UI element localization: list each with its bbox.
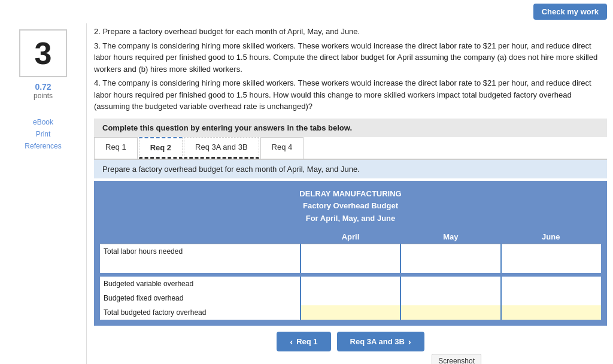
budget-title-line2: Factory Overhead Budget (100, 200, 601, 213)
row1-may-cell[interactable] (400, 244, 500, 259)
ebook-link[interactable]: eBook (33, 118, 53, 126)
col-header-may: May (400, 230, 500, 244)
table-row: Budgeted fixed overhead (100, 291, 601, 305)
points-label: points (34, 92, 53, 100)
req-description-text: Prepare a factory overhead budget for ea… (102, 165, 360, 174)
row2-may-cell[interactable] (400, 259, 500, 273)
row3-april-input[interactable] (302, 277, 399, 290)
row2-april-input[interactable] (302, 259, 399, 272)
table-row: Budgeted variable overhead (100, 277, 601, 291)
question-item4: 4. The company is considering hiring mor… (94, 78, 591, 111)
row4-april-input[interactable] (302, 292, 399, 305)
row5-april-input[interactable] (302, 306, 399, 319)
screenshot-label: Screenshot (438, 357, 475, 364)
prev-button[interactable]: ‹ Req 1 (277, 332, 330, 351)
question-item2: 2. Prepare a factory overhead budget for… (94, 27, 360, 36)
row4-april-cell[interactable] (301, 291, 400, 305)
prev-arrow-icon: ‹ (290, 336, 293, 347)
budget-title: DELRAY MANUFACTURING Factory Overhead Bu… (100, 188, 601, 225)
budget-title-line1: DELRAY MANUFACTURING (100, 188, 601, 201)
table-row: Total budgeted factory overhead (100, 305, 601, 320)
row2-may-input[interactable] (402, 259, 499, 272)
sidebar-links: eBook Print References (25, 118, 61, 150)
table-row: Total labor hours needed (100, 244, 601, 259)
tab-req1[interactable]: Req 1 (94, 137, 138, 159)
screenshot-tooltip: Screenshot (432, 354, 481, 364)
col-header-june: June (501, 230, 601, 244)
row3-may-cell[interactable] (400, 277, 500, 291)
budget-title-line3: For April, May, and June (100, 213, 601, 225)
tab-req4[interactable]: Req 4 (260, 137, 304, 159)
row3-june-input[interactable] (503, 277, 600, 290)
row2-june-input[interactable] (503, 259, 600, 272)
next-button[interactable]: Req 3A and 3B › (337, 332, 424, 351)
row4-june-cell[interactable] (501, 291, 601, 305)
row1-april-input[interactable] (302, 245, 399, 258)
instruction-text: Complete this question by entering your … (102, 123, 352, 132)
row1-june-cell[interactable] (501, 244, 601, 259)
row1-june-input[interactable] (503, 245, 600, 258)
row5-june-cell[interactable] (501, 305, 601, 320)
row1-label: Total labor hours needed (100, 244, 301, 259)
col-header-april: April (301, 230, 400, 244)
row5-label: Total budgeted factory overhead (100, 305, 301, 320)
prev-button-label: Req 1 (296, 337, 317, 346)
points-value: 0.72 (35, 82, 51, 92)
row5-april-cell[interactable] (301, 305, 400, 320)
question-number: 3 (19, 29, 67, 77)
row4-may-input[interactable] (402, 292, 499, 305)
row4-may-cell[interactable] (400, 291, 500, 305)
row3-may-input[interactable] (402, 277, 499, 290)
tab-req2[interactable]: Req 2 (139, 137, 183, 159)
tabs-row: Req 1 Req 2 Req 3A and 3B Req 4 (94, 137, 607, 160)
question-text: 2. Prepare a factory overhead budget for… (94, 26, 607, 113)
nav-buttons-row: ‹ Req 1 Req 3A and 3B › Screenshot (94, 332, 607, 351)
budget-table-container: DELRAY MANUFACTURING Factory Overhead Bu… (94, 181, 607, 326)
req-description: Prepare a factory overhead budget for ea… (94, 160, 607, 178)
row1-april-cell[interactable] (301, 244, 400, 259)
row3-june-cell[interactable] (501, 277, 601, 291)
sidebar: 3 0.72 points eBook Print References (0, 23, 87, 364)
next-arrow-icon: › (408, 336, 411, 347)
row3-label: Budgeted variable overhead (100, 277, 301, 291)
next-button-label: Req 3A and 3B (350, 337, 405, 346)
content-area: 2. Prepare a factory overhead budget for… (87, 23, 613, 364)
row1-may-input[interactable] (402, 245, 499, 258)
row2-june-cell[interactable] (501, 259, 601, 273)
row4-june-input[interactable] (503, 292, 600, 305)
question-item3: 3. The company is considering hiring mor… (94, 41, 597, 74)
check-my-work-button[interactable]: Check my work (533, 4, 607, 20)
instruction-bar: Complete this question by entering your … (94, 119, 607, 137)
row5-june-input[interactable] (503, 306, 600, 319)
row2-label (100, 259, 301, 273)
row5-may-input[interactable] (402, 306, 499, 319)
row2-april-cell[interactable] (301, 259, 400, 273)
references-link[interactable]: References (25, 142, 61, 150)
print-link[interactable]: Print (36, 130, 51, 138)
tab-req3a3b[interactable]: Req 3A and 3B (184, 137, 259, 159)
row4-label: Budgeted fixed overhead (100, 291, 301, 305)
budget-table: April May June Total labor hours needed (100, 230, 601, 320)
col-header-label (100, 230, 301, 244)
table-row (100, 259, 601, 273)
row5-may-cell[interactable] (400, 305, 500, 320)
row3-april-cell[interactable] (301, 277, 400, 291)
